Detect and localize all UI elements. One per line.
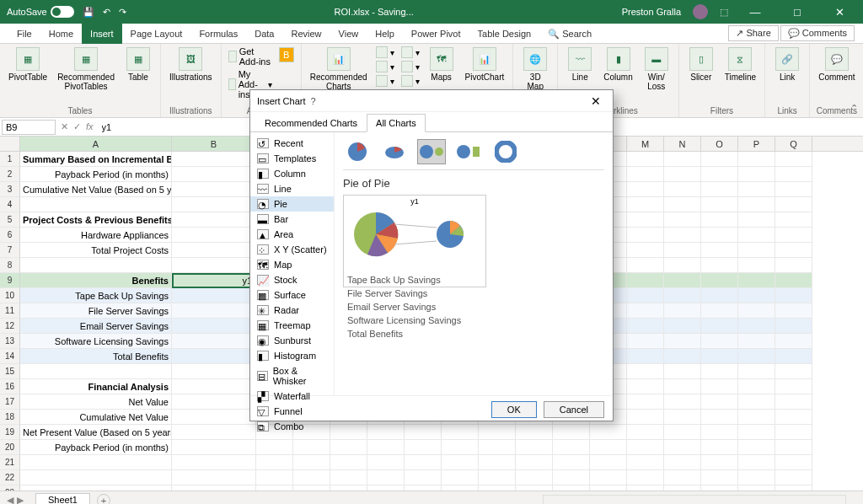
select-all-corner[interactable]: [0, 137, 20, 151]
cell[interactable]: [775, 485, 812, 491]
row-head[interactable]: 20: [0, 440, 20, 455]
cell[interactable]: Net Present Value (Based on 5 years): [20, 425, 172, 440]
row-head[interactable]: 4: [0, 197, 20, 212]
dialog-close-icon[interactable]: ✕: [586, 94, 606, 108]
cell[interactable]: [775, 364, 812, 379]
toggle-switch[interactable]: [51, 6, 74, 18]
cell[interactable]: [553, 455, 590, 470]
cell[interactable]: [701, 379, 738, 394]
cell[interactable]: [627, 258, 664, 273]
cell[interactable]: [775, 470, 812, 485]
tab-insert[interactable]: Insert: [82, 24, 122, 44]
cell[interactable]: [775, 334, 812, 349]
cell[interactable]: [627, 243, 664, 258]
cell[interactable]: [256, 440, 293, 455]
cell[interactable]: [20, 258, 172, 273]
chart-category-stock[interactable]: 📈Stock: [250, 272, 334, 287]
cell[interactable]: [627, 485, 664, 491]
cell[interactable]: [738, 182, 775, 197]
cell[interactable]: [20, 197, 172, 212]
cell[interactable]: Hardware Appliances: [20, 228, 172, 243]
cell[interactable]: [738, 212, 775, 228]
cell[interactable]: [172, 182, 256, 197]
dialog-help-icon[interactable]: ?: [305, 96, 320, 106]
cell[interactable]: Benefits: [20, 273, 172, 288]
row-head[interactable]: 16: [0, 379, 20, 394]
cell[interactable]: [442, 485, 479, 491]
cell[interactable]: [738, 379, 775, 394]
subtype-3d-pie[interactable]: [380, 139, 409, 164]
avatar[interactable]: [693, 4, 708, 19]
tab-page-layout[interactable]: Page Layout: [122, 24, 191, 44]
col-head-A[interactable]: A: [20, 137, 172, 151]
cell[interactable]: [775, 152, 812, 167]
user-name[interactable]: Preston Gralla: [622, 7, 681, 17]
cell[interactable]: [627, 410, 664, 425]
cell[interactable]: [479, 470, 516, 485]
cell[interactable]: [738, 440, 775, 455]
illustrations-button[interactable]: 🖼Illustrations: [166, 46, 216, 83]
cell[interactable]: [627, 394, 664, 410]
row-head[interactable]: 5: [0, 212, 20, 228]
cell[interactable]: Cumulative Net Value: [20, 410, 172, 425]
cell[interactable]: [479, 425, 516, 440]
cell[interactable]: [20, 364, 172, 379]
cell[interactable]: [701, 228, 738, 243]
cell[interactable]: [172, 303, 256, 319]
cell[interactable]: [627, 425, 664, 440]
cell[interactable]: [256, 455, 293, 470]
cell[interactable]: [172, 425, 256, 440]
cell[interactable]: [701, 364, 738, 379]
chart-category-waterfall[interactable]: ▞Waterfall: [250, 389, 334, 404]
cell[interactable]: [701, 440, 738, 455]
cell[interactable]: [293, 485, 330, 491]
cell[interactable]: [172, 440, 256, 455]
chart-category-funnel[interactable]: ▽Funnel: [250, 404, 334, 419]
table-button[interactable]: ▦Table: [121, 46, 155, 83]
tab-data[interactable]: Data: [246, 24, 282, 44]
col-head-O[interactable]: O: [701, 137, 738, 151]
tab-power-pivot[interactable]: Power Pivot: [403, 24, 469, 44]
tab-all-charts[interactable]: All Charts: [367, 114, 426, 132]
cancel-button[interactable]: Cancel: [544, 401, 604, 418]
cell[interactable]: [172, 197, 256, 212]
cell[interactable]: [775, 394, 812, 410]
cell[interactable]: [775, 258, 812, 273]
recommended-pivottables-button[interactable]: ▦Recommended PivotTables: [54, 46, 118, 93]
cell[interactable]: [664, 303, 701, 319]
cell[interactable]: [256, 485, 293, 491]
chart-category-templates[interactable]: ▭Templates: [250, 151, 334, 166]
cell[interactable]: Total Project Costs: [20, 243, 172, 258]
cell[interactable]: [330, 470, 367, 485]
cell[interactable]: [701, 288, 738, 303]
cell[interactable]: [775, 425, 812, 440]
fx-icon[interactable]: fx: [86, 121, 94, 132]
cell[interactable]: [701, 243, 738, 258]
row-head[interactable]: 8: [0, 258, 20, 273]
name-box[interactable]: [2, 120, 56, 135]
cell[interactable]: [627, 212, 664, 228]
cell[interactable]: [172, 319, 256, 334]
tab-review[interactable]: Review: [282, 24, 330, 44]
chart-category-recent[interactable]: ↺Recent: [250, 136, 334, 151]
cell[interactable]: [738, 349, 775, 364]
col-head-N[interactable]: N: [664, 137, 701, 151]
sparkline-column-button[interactable]: ▮Column: [600, 46, 635, 83]
cell[interactable]: [172, 152, 256, 167]
cell[interactable]: Cumulative Net Value (Based on 5 years): [20, 182, 172, 197]
cell[interactable]: [330, 425, 367, 440]
cell[interactable]: [738, 273, 775, 288]
cell[interactable]: [664, 228, 701, 243]
cell[interactable]: [701, 182, 738, 197]
tab-file[interactable]: File: [8, 24, 40, 44]
cell[interactable]: [775, 167, 812, 182]
cell[interactable]: [256, 470, 293, 485]
comments-button[interactable]: 💬 Comments: [780, 25, 855, 41]
row-head[interactable]: 12: [0, 319, 20, 334]
cell[interactable]: [738, 455, 775, 470]
cell[interactable]: [367, 470, 405, 485]
row-head[interactable]: 13: [0, 334, 20, 349]
cell[interactable]: [738, 288, 775, 303]
cell[interactable]: [172, 288, 256, 303]
cell[interactable]: [442, 440, 479, 455]
